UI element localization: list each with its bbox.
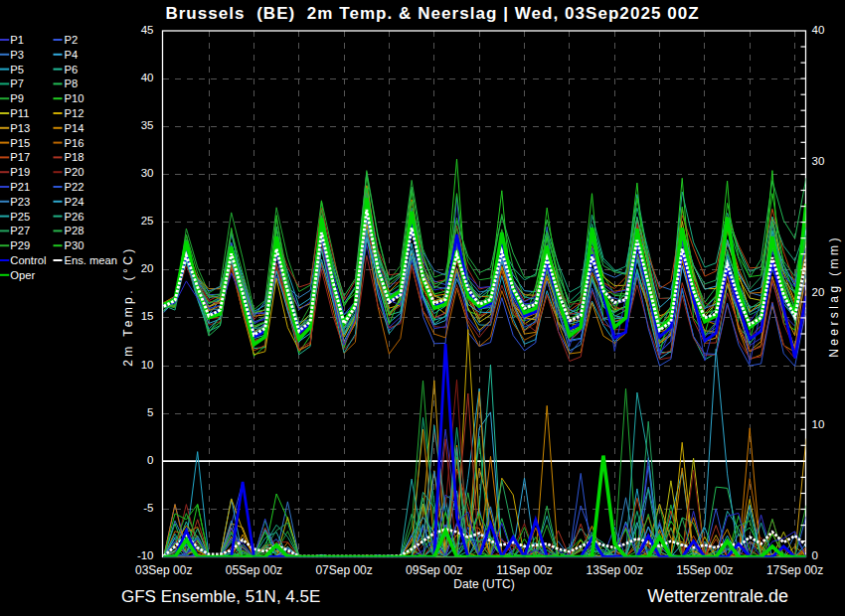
svg-text:P8: P8 bbox=[65, 77, 79, 89]
svg-text:P19: P19 bbox=[10, 166, 30, 178]
svg-text:P12: P12 bbox=[65, 107, 84, 119]
svg-text:20: 20 bbox=[141, 262, 154, 274]
svg-text:Control: Control bbox=[10, 254, 46, 266]
svg-text:P11: P11 bbox=[10, 107, 29, 119]
svg-text:P6: P6 bbox=[65, 64, 79, 76]
svg-text:0: 0 bbox=[147, 454, 153, 466]
svg-text:P4: P4 bbox=[65, 49, 79, 61]
svg-text:P27: P27 bbox=[10, 225, 30, 236]
svg-text:Oper: Oper bbox=[10, 269, 35, 281]
svg-text:P28: P28 bbox=[65, 225, 84, 236]
svg-text:P26: P26 bbox=[65, 211, 84, 223]
svg-text:P7: P7 bbox=[10, 77, 24, 89]
svg-text:10: 10 bbox=[141, 359, 154, 371]
svg-text:30: 30 bbox=[812, 155, 825, 167]
svg-text:Brussels (BE) 2m Temp. & Nee: Brussels (BE) 2m Temp. & Neerslag | Wed,… bbox=[165, 4, 699, 23]
svg-text:P18: P18 bbox=[65, 151, 84, 163]
svg-text:Ens. mean: Ens. mean bbox=[65, 254, 117, 266]
svg-text:Wetterzentrale.de: Wetterzentrale.de bbox=[647, 586, 788, 606]
svg-text:03Sep 00z: 03Sep 00z bbox=[135, 563, 192, 577]
svg-text:P5: P5 bbox=[10, 64, 24, 76]
svg-text:P15: P15 bbox=[10, 137, 30, 149]
svg-text:40: 40 bbox=[812, 24, 825, 36]
svg-text:P25: P25 bbox=[10, 211, 30, 223]
svg-text:P10: P10 bbox=[65, 92, 84, 104]
svg-text:P16: P16 bbox=[65, 137, 84, 149]
svg-text:P22: P22 bbox=[65, 181, 84, 193]
svg-text:30: 30 bbox=[141, 167, 154, 179]
svg-text:15Sep 00z: 15Sep 00z bbox=[676, 563, 733, 577]
svg-text:-5: -5 bbox=[143, 502, 153, 514]
svg-text:13Sep 00z: 13Sep 00z bbox=[587, 563, 643, 577]
svg-text:P29: P29 bbox=[10, 239, 30, 251]
svg-text:25: 25 bbox=[141, 215, 154, 227]
svg-text:P13: P13 bbox=[10, 122, 30, 134]
svg-text:09Sep 00z: 09Sep 00z bbox=[406, 563, 462, 577]
svg-text:20: 20 bbox=[812, 286, 825, 298]
svg-text:05Sep 00z: 05Sep 00z bbox=[226, 563, 282, 577]
svg-text:P17: P17 bbox=[10, 151, 30, 163]
svg-text:P9: P9 bbox=[10, 92, 24, 104]
svg-text:P14: P14 bbox=[65, 122, 84, 134]
svg-text:P24: P24 bbox=[65, 196, 84, 208]
svg-text:P23: P23 bbox=[10, 196, 30, 208]
svg-text:P3: P3 bbox=[10, 49, 24, 61]
svg-text:P30: P30 bbox=[65, 239, 84, 251]
svg-text:5: 5 bbox=[147, 406, 153, 418]
svg-text:-10: -10 bbox=[137, 549, 154, 561]
svg-text:Date (UTC): Date (UTC) bbox=[453, 577, 514, 591]
svg-text:07Sep 00z: 07Sep 00z bbox=[315, 563, 372, 577]
svg-text:10: 10 bbox=[812, 418, 825, 430]
svg-text:GFS Ensemble, 51N, 4.5E: GFS Ensemble, 51N, 4.5E bbox=[121, 587, 320, 606]
svg-text:40: 40 bbox=[141, 72, 154, 83]
svg-text:P2: P2 bbox=[65, 34, 79, 46]
svg-text:35: 35 bbox=[141, 119, 154, 131]
svg-text:P21: P21 bbox=[10, 181, 30, 193]
svg-text:Neerslag (mm): Neerslag (mm) bbox=[827, 234, 841, 358]
svg-text:P20: P20 bbox=[65, 166, 84, 178]
svg-text:17Sep 00z: 17Sep 00z bbox=[766, 563, 823, 577]
svg-text:45: 45 bbox=[141, 24, 154, 36]
svg-text:15: 15 bbox=[141, 310, 154, 322]
svg-text:11Sep 00z: 11Sep 00z bbox=[496, 563, 553, 577]
svg-text:P1: P1 bbox=[10, 34, 24, 46]
svg-text:0: 0 bbox=[812, 549, 818, 561]
svg-text:2m Temp. (°C): 2m Temp. (°C) bbox=[121, 245, 135, 366]
